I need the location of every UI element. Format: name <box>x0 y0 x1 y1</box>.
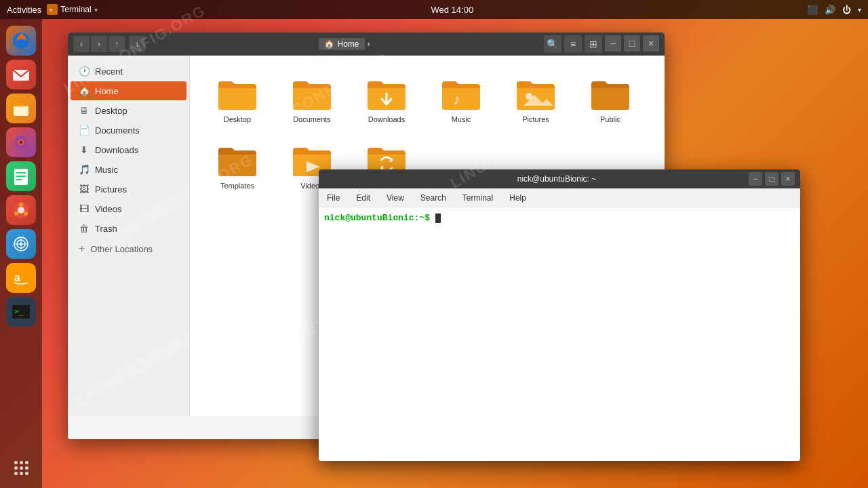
sidebar-item-pictures-label: Pictures <box>95 184 127 195</box>
fm-close-btn[interactable]: × <box>643 35 659 52</box>
folder-desktop-icon <box>217 75 258 111</box>
file-manager-titlebar: ‹ › ↑ ↓ 🏠 Home › 🔍 ≡ ⊞ − □ × <box>68 33 665 56</box>
folder-documents-label: Documents <box>293 115 331 123</box>
add-icon: + <box>79 243 85 255</box>
dot <box>20 461 23 464</box>
svg-point-15 <box>24 211 28 216</box>
terminal-body[interactable]: nick@ubuntuBionic:~$ <box>319 207 800 461</box>
svg-text:>_: >_ <box>14 307 24 316</box>
sidebar-item-recent-label: Recent <box>95 66 123 77</box>
sidebar-item-home[interactable]: 🏠 Home <box>71 81 186 100</box>
fm-minimize-btn[interactable]: − <box>605 35 621 52</box>
dot <box>20 472 23 475</box>
screen-icon: ⬛ <box>807 5 818 15</box>
terminal-menu-file[interactable]: File <box>324 192 342 204</box>
folder-downloads[interactable]: Downloads <box>353 69 420 129</box>
folder-public[interactable]: Public <box>576 69 644 129</box>
topbar-left: Activities ⊞ Terminal ▾ <box>7 4 98 15</box>
sidebar-item-desktop-label: Desktop <box>95 106 127 116</box>
power-icon[interactable]: ⏻ <box>842 5 851 15</box>
terminal-menu-view[interactable]: View <box>384 192 407 204</box>
sidebar-item-trash[interactable]: 🗑 Trash <box>71 219 186 238</box>
terminal-menu-search[interactable]: Search <box>418 192 449 204</box>
pictures-icon: 🖼 <box>79 184 90 195</box>
power-dropdown-icon[interactable]: ▾ <box>858 6 861 14</box>
terminal-maximize-btn[interactable]: □ <box>765 172 778 186</box>
sidebar-add-locations[interactable]: + Other Locations <box>71 239 186 259</box>
dock-icon-ubuntu-software[interactable] <box>6 195 36 225</box>
fm-search-btn[interactable]: 🔍 <box>544 35 561 53</box>
dot <box>25 466 28 470</box>
fm-nav-back[interactable]: ‹ <box>73 36 90 52</box>
dock-icon-terminal[interactable]: >_ <box>6 297 36 327</box>
folder-documents[interactable]: Documents <box>278 69 346 129</box>
sidebar-item-desktop[interactable]: 🖥 Desktop <box>71 101 186 120</box>
sidebar-item-downloads[interactable]: ⬇ Downloads <box>71 140 186 159</box>
sidebar-add-label: Other Locations <box>90 244 153 254</box>
svg-point-16 <box>14 211 18 216</box>
terminal-title: nick@ubuntuBionic: ~ <box>365 174 749 184</box>
terminal-minimize-btn[interactable]: − <box>749 172 762 186</box>
fm-view-grid-btn[interactable]: ⊞ <box>585 35 602 53</box>
folder-documents-icon <box>292 75 332 111</box>
sidebar-item-documents[interactable]: 📄 Documents <box>71 121 186 140</box>
terminal-prompt: nick@ubuntuBionic:~$ <box>324 213 430 223</box>
folder-public-label: Public <box>600 115 620 123</box>
dock-icon-mail[interactable] <box>6 60 36 89</box>
terminal-menu-edit[interactable]: Edit <box>353 192 373 204</box>
music-icon: 🎵 <box>79 164 90 175</box>
topbar-clock: Wed 14:00 <box>431 5 474 15</box>
sidebar-item-downloads-label: Downloads <box>95 145 138 155</box>
folder-desktop[interactable]: Desktop <box>203 69 271 129</box>
trash-icon: 🗑 <box>79 223 90 234</box>
fm-sidebar: 🕐 Recent 🏠 Home 🖥 Desktop 📄 Documents ⬇ … <box>68 56 190 416</box>
fm-nav-forward[interactable]: › <box>91 36 107 52</box>
dot <box>20 466 23 470</box>
dock-icon-notes[interactable] <box>6 161 36 191</box>
sidebar-item-recent[interactable]: 🕐 Recent <box>71 62 186 81</box>
terminal-dropdown-icon: ▾ <box>94 6 98 14</box>
folder-pictures[interactable]: Pictures <box>502 69 570 129</box>
terminal-window-controls: − □ × <box>749 172 795 186</box>
dock-icon-network[interactable] <box>6 229 36 259</box>
folder-music-icon: ♪ <box>441 75 481 111</box>
app-grid-button[interactable] <box>6 453 36 483</box>
fm-nav-down[interactable]: ↓ <box>129 36 145 52</box>
dot <box>14 472 18 475</box>
terminal-menu-help[interactable]: Help <box>507 192 529 204</box>
folder-music[interactable]: ♪ Music <box>427 69 495 129</box>
folder-public-icon <box>590 75 631 111</box>
terminal-menu-terminal[interactable]: Terminal <box>460 192 496 204</box>
terminal-titlebar: nick@ubuntuBionic: ~ − □ × <box>319 169 800 188</box>
sidebar-item-pictures[interactable]: 🖼 Pictures <box>71 180 186 199</box>
terminal-close-btn[interactable]: × <box>781 172 795 186</box>
fm-maximize-btn[interactable]: □ <box>624 35 640 52</box>
fm-path-separator: › <box>368 39 370 49</box>
sidebar-item-music[interactable]: 🎵 Music <box>71 160 186 179</box>
dock-icon-firefox[interactable] <box>6 26 36 56</box>
terminal-window: nick@ubuntuBionic: ~ − □ × File Edit Vie… <box>319 169 800 461</box>
sidebar-item-videos[interactable]: 🎞 Videos <box>71 199 186 218</box>
topbar-right: ⬛ 🔊 ⏻ ▾ <box>807 5 861 15</box>
terminal-taskbar-item[interactable]: ⊞ Terminal ▾ <box>47 4 97 15</box>
documents-icon: 📄 <box>79 125 90 136</box>
dock-icon-amazon[interactable]: a <box>6 263 36 293</box>
desktop-icon: 🖥 <box>79 105 90 116</box>
dock-icon-sound[interactable] <box>6 127 36 157</box>
activities-button[interactable]: Activities <box>7 5 41 15</box>
dot <box>25 472 28 475</box>
volume-icon[interactable]: 🔊 <box>825 5 835 15</box>
fm-path-home[interactable]: 🏠 Home <box>319 38 364 50</box>
dock-icon-files[interactable] <box>6 94 36 123</box>
folder-templates[interactable]: Templates <box>203 136 271 195</box>
topbar: Activities ⊞ Terminal ▾ Wed 14:00 ⬛ 🔊 ⏻ … <box>0 0 868 19</box>
sidebar-item-music-label: Music <box>95 165 118 175</box>
folder-downloads-icon <box>366 75 407 111</box>
sidebar-item-documents-label: Documents <box>95 125 140 136</box>
svg-point-14 <box>19 203 23 207</box>
fm-nav-up[interactable]: ↑ <box>108 36 125 52</box>
fm-view-list-btn[interactable]: ≡ <box>564 35 582 53</box>
svg-text:a: a <box>14 272 20 283</box>
fm-window-controls: 🔍 ≡ ⊞ − □ × <box>544 35 659 53</box>
sidebar-item-home-label: Home <box>95 86 119 96</box>
